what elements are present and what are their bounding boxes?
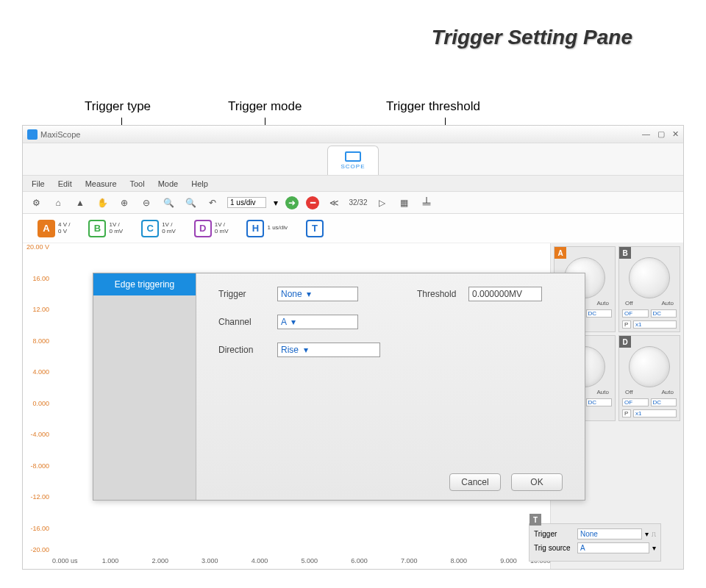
dropdown-icon[interactable]: ▾ [645,530,649,538]
knob-D-dial[interactable] [629,346,670,387]
zoom-in-icon[interactable]: ⊕ [117,196,132,210]
dropdown-icon[interactable]: ▾ [652,544,656,552]
edge-triggering-tab[interactable]: Edge triggering [93,273,196,295]
y-axis: 20.00 V 16.00 12.00 8.000 4.000 0.000 -4… [23,243,52,556]
menu-edit[interactable]: Edit [58,179,72,188]
channel-B-text: 1V /0 mV [109,222,123,235]
trigger-T-badge: T [530,514,541,526]
callout-trigger-threshold: Trigger threshold [386,99,480,114]
scope-tab-row: SCOPE [23,143,683,176]
app-icon [27,129,38,140]
channel-D-text: 1V /0 mV [215,222,229,235]
form-trigger-label: Trigger [218,289,277,299]
timebase-select[interactable]: 1 us/div [227,197,266,208]
channel-T[interactable]: T [306,220,324,237]
trigger-source-label: Trig source [534,544,574,552]
knob-D-sel1[interactable]: OF [622,398,649,406]
trigger-setting-modal: Edge triggering Trigger None ▾ Threshold… [93,273,585,501]
page-title: Trigger Setting Pane [432,26,632,49]
window-close-icon[interactable]: ✕ [672,129,679,139]
trigger-select[interactable]: None ▾ [277,287,358,301]
zoom-icon[interactable]: 🔍 [161,196,176,210]
channel-H[interactable]: H 1 us/div [246,220,288,237]
knob-C-sel2[interactable]: DC [586,398,613,406]
home-icon[interactable]: ⌂ [51,196,65,210]
channel-C-badge: C [141,220,159,237]
window-maximize-icon[interactable]: ▢ [657,129,665,139]
channel-A-text: 4 V /0 V [58,222,70,235]
bars-icon[interactable]: 𝍦 [419,196,434,210]
trigger-icon[interactable]: ⎍ [652,530,656,538]
scope-label: SCOPE [340,163,365,170]
channel-row: A 4 V /0 V B 1V /0 mV C 1V /0 mV D 1V /0… [23,214,683,243]
cancel-button[interactable]: Cancel [449,473,501,491]
channel-A[interactable]: A 4 V /0 V [38,220,70,237]
knob-B-sel2[interactable]: DC [651,309,677,318]
knob-A-label: A [555,247,566,259]
menu-row: File Edit Measure Tool Mode Help [23,176,683,192]
channel-C[interactable]: C 1V /0 mV [141,220,176,237]
next-icon[interactable]: ▷ [375,196,390,210]
window-minimize-icon[interactable]: — [642,129,650,139]
stop-button[interactable]: ━ [306,196,319,209]
menu-file[interactable]: File [32,179,45,188]
knob-B-p[interactable]: x1 [633,320,677,329]
channel-H-text: 1 us/div [267,225,288,232]
grid-icon[interactable]: ▦ [397,196,412,210]
callout-trigger-mode: Trigger mode [228,99,302,114]
direction-select[interactable]: Rise ▾ [277,343,380,357]
callout-trigger-type: Trigger type [85,99,151,114]
modal-body: Trigger None ▾ Threshold 0.000000MV Chan… [196,273,585,500]
knob-D-sel2[interactable]: DC [651,398,677,406]
ok-button[interactable]: OK [511,473,563,491]
titlebar: MaxiScope — ▢ ✕ [23,126,683,143]
scope-icon [345,151,361,162]
modal-sidebar: Edge triggering [93,273,196,500]
x-axis: 0.000 us 1.000 2.000 3.000 4.000 5.000 6… [52,557,550,569]
menu-help[interactable]: Help [191,179,208,188]
menu-tool[interactable]: Tool [130,179,145,188]
trigger-label: Trigger [534,530,574,538]
channel-B[interactable]: B 1V /0 mV [88,220,123,237]
toolbar: ⚙ ⌂ ▲ ✋ ⊕ ⊖ 🔍 🔍 ↶ 1 us/div ▾ ➜ ━ ≪ 32/32… [23,192,683,214]
trigger-summary-panel: T Trigger None ▾ ⎍ Trig source A ▾ [529,523,661,562]
undo-icon[interactable]: ↶ [205,196,220,210]
form-threshold-label: Threshold [417,289,468,299]
knob-B-sel1[interactable]: OF [622,309,649,318]
channel-select[interactable]: A ▾ [277,315,358,329]
channel-T-badge: T [306,220,324,237]
trigger-value-select[interactable]: None [577,528,642,539]
menu-mode[interactable]: Mode [158,179,179,188]
knob-B-dial[interactable] [629,257,670,298]
scope-tab[interactable]: SCOPE [327,146,379,175]
zoom-region-icon[interactable]: 🔍 [183,196,198,210]
channel-A-badge: A [38,220,55,237]
knob-D: D OffAuto OFDC Px1 [618,335,680,421]
knob-D-p[interactable]: x1 [633,409,677,417]
channel-D-badge: D [194,220,212,237]
first-icon[interactable]: ≪ [327,196,341,210]
trigger-source-select[interactable]: A [577,542,649,553]
settings-icon[interactable]: ⚙ [29,196,43,210]
channel-B-badge: B [88,220,106,237]
pointer-icon[interactable]: ▲ [73,196,88,210]
channel-C-text: 1V /0 mV [162,222,176,235]
zoom-out-icon[interactable]: ⊖ [139,196,154,210]
run-button[interactable]: ➜ [285,196,299,209]
knob-B-label: B [619,247,631,259]
knob-D-label: D [619,336,631,348]
knob-A-sel2[interactable]: DC [586,309,613,318]
app-title: MaxiScope [40,130,80,139]
hand-icon[interactable]: ✋ [95,196,110,210]
form-direction-label: Direction [218,345,277,355]
knob-B: B OffAuto OFDC Px1 [618,246,680,332]
app-window: MaxiScope — ▢ ✕ SCOPE File Edit Measure … [22,125,684,570]
menu-measure[interactable]: Measure [85,179,117,188]
pager: 32/32 [349,198,367,207]
threshold-input[interactable]: 0.000000MV [468,287,542,301]
form-channel-label: Channel [218,317,277,327]
channel-D[interactable]: D 1V /0 mV [194,220,229,237]
dropdown-icon[interactable]: ▾ [274,198,278,208]
channel-H-badge: H [246,220,264,237]
